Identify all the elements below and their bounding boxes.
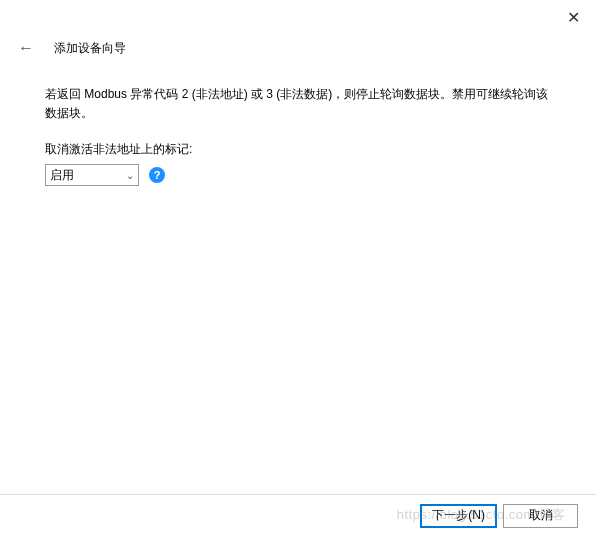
wizard-title: 添加设备向导 bbox=[54, 40, 126, 57]
deactivate-label: 取消激活非法地址上的标记: bbox=[45, 141, 551, 158]
cancel-button[interactable]: 取消 bbox=[503, 504, 578, 528]
wizard-content: 若返回 Modbus 异常代码 2 (非法地址) 或 3 (非法数据)，则停止轮… bbox=[0, 60, 596, 186]
next-button[interactable]: 下一步(N) bbox=[420, 504, 497, 528]
deactivate-dropdown[interactable]: 启用 ⌄ bbox=[45, 164, 139, 186]
description-text: 若返回 Modbus 异常代码 2 (非法地址) 或 3 (非法数据)，则停止轮… bbox=[45, 85, 551, 123]
help-icon[interactable]: ? bbox=[149, 167, 165, 183]
dropdown-value: 启用 bbox=[50, 167, 74, 184]
close-icon[interactable]: ✕ bbox=[567, 8, 580, 27]
wizard-header: ← 添加设备向导 bbox=[0, 0, 596, 60]
dropdown-row: 启用 ⌄ ? bbox=[45, 164, 551, 186]
chevron-down-icon: ⌄ bbox=[126, 170, 134, 181]
wizard-footer: 下一步(N) 取消 bbox=[0, 494, 596, 536]
back-arrow-icon[interactable]: ← bbox=[18, 39, 34, 57]
